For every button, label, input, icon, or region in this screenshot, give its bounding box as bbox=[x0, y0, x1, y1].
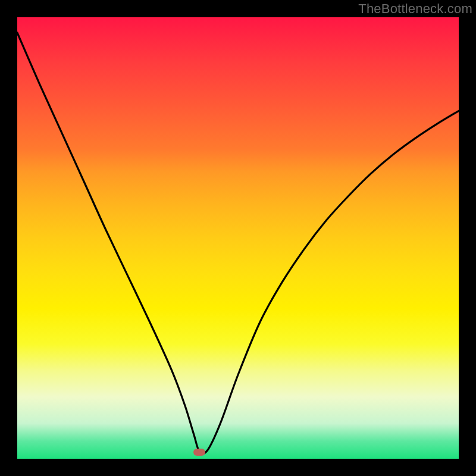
chart-frame bbox=[17, 17, 459, 459]
optimum-marker bbox=[193, 449, 205, 456]
watermark-text: TheBottleneck.com bbox=[358, 1, 472, 17]
curve-layer bbox=[17, 17, 459, 459]
bottleneck-curve bbox=[17, 33, 459, 453]
